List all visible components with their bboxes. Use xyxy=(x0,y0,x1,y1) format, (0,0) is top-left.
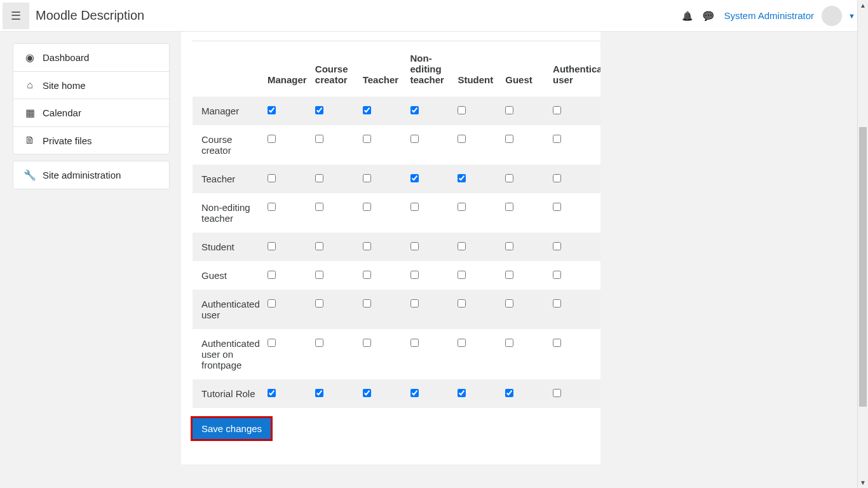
role-checkbox[interactable] xyxy=(553,242,561,250)
role-checkbox[interactable] xyxy=(268,389,276,397)
row-label: Tutorial Role xyxy=(193,379,268,408)
role-checkbox[interactable] xyxy=(268,106,276,114)
role-checkbox[interactable] xyxy=(410,174,419,182)
role-allow-table: ManagerCourse creatorTeacherNon-editing … xyxy=(193,41,600,408)
vertical-scrollbar[interactable]: ▲ ▼ xyxy=(857,0,868,488)
row-label: Student xyxy=(193,233,268,261)
role-checkbox[interactable] xyxy=(315,271,323,279)
role-checkbox[interactable] xyxy=(268,339,276,347)
role-checkbox[interactable] xyxy=(458,242,466,250)
role-checkbox[interactable] xyxy=(268,242,276,250)
role-checkbox[interactable] xyxy=(268,174,276,182)
role-checkbox[interactable] xyxy=(458,299,466,308)
role-checkbox[interactable] xyxy=(553,106,561,114)
role-checkbox[interactable] xyxy=(553,174,561,182)
sidebar-item-dashboard[interactable]: ◉Dashboard xyxy=(13,44,169,71)
table-row: Authenticated user xyxy=(193,290,600,329)
role-checkbox[interactable] xyxy=(458,174,466,182)
role-checkbox[interactable] xyxy=(410,339,419,347)
role-checkbox[interactable] xyxy=(315,242,323,250)
role-checkbox[interactable] xyxy=(363,203,371,211)
role-checkbox[interactable] xyxy=(505,339,513,347)
table-row: Manager xyxy=(193,97,600,125)
role-checkbox[interactable] xyxy=(505,299,513,308)
table-row: Non-editing teacher xyxy=(193,193,600,233)
role-checkbox[interactable] xyxy=(458,135,466,143)
role-checkbox[interactable] xyxy=(363,389,371,397)
brand-link[interactable]: Moodle Description xyxy=(36,8,144,23)
scroll-thumb[interactable] xyxy=(859,127,867,407)
role-checkbox[interactable] xyxy=(553,339,561,347)
role-checkbox[interactable] xyxy=(268,299,276,308)
role-checkbox[interactable] xyxy=(410,203,419,211)
role-checkbox[interactable] xyxy=(363,135,371,143)
sidebar-item-site-home[interactable]: ⌂Site home xyxy=(13,72,169,98)
row-label: Non-editing teacher xyxy=(193,193,268,233)
role-checkbox[interactable] xyxy=(505,203,513,211)
role-checkbox[interactable] xyxy=(363,106,371,114)
notifications-button[interactable] xyxy=(677,10,698,22)
role-checkbox[interactable] xyxy=(458,106,466,114)
role-checkbox[interactable] xyxy=(458,389,466,397)
role-checkbox[interactable] xyxy=(553,203,561,211)
dashboard-icon: ◉ xyxy=(24,51,36,64)
role-checkbox[interactable] xyxy=(315,174,323,182)
role-checkbox[interactable] xyxy=(505,106,513,114)
role-checkbox[interactable] xyxy=(410,389,419,397)
role-checkbox[interactable] xyxy=(363,299,371,308)
sidebar-item-site-administration[interactable]: 🔧Site administration xyxy=(13,161,169,189)
role-checkbox[interactable] xyxy=(553,389,561,397)
role-checkbox[interactable] xyxy=(268,135,276,143)
role-checkbox[interactable] xyxy=(505,242,513,250)
table-row: Authenticated user on frontpage xyxy=(193,329,600,379)
role-checkbox[interactable] xyxy=(315,299,323,308)
role-checkbox[interactable] xyxy=(315,106,323,114)
role-checkbox[interactable] xyxy=(363,271,371,279)
column-header: Guest xyxy=(505,41,553,97)
role-checkbox[interactable] xyxy=(410,271,419,279)
scroll-down-button[interactable]: ▼ xyxy=(858,477,868,488)
role-checkbox[interactable] xyxy=(410,135,419,143)
column-header: Student xyxy=(458,41,505,97)
user-menu-caret[interactable]: ▼ xyxy=(842,12,858,20)
sidebar: ◉Dashboard⌂Site home▦Calendar🗎Private fi… xyxy=(0,32,181,488)
role-checkbox[interactable] xyxy=(553,135,561,143)
role-checkbox[interactable] xyxy=(553,271,561,279)
role-checkbox[interactable] xyxy=(315,135,323,143)
role-checkbox[interactable] xyxy=(458,271,466,279)
sidebar-item-label: Private files xyxy=(43,135,92,146)
sidebar-item-calendar[interactable]: ▦Calendar xyxy=(13,99,169,126)
role-checkbox[interactable] xyxy=(363,242,371,250)
role-checkbox[interactable] xyxy=(268,203,276,211)
scroll-up-button[interactable]: ▲ xyxy=(858,0,868,11)
user-menu-link[interactable]: System Administrator xyxy=(719,10,819,21)
role-checkbox[interactable] xyxy=(553,299,561,308)
avatar[interactable] xyxy=(822,6,842,26)
bell-icon xyxy=(682,10,693,21)
role-checkbox[interactable] xyxy=(363,339,371,347)
sidebar-item-private-files[interactable]: 🗎Private files xyxy=(13,127,169,154)
role-checkbox[interactable] xyxy=(268,271,276,279)
nav-toggle-button[interactable]: ☰ xyxy=(3,3,29,29)
role-checkbox[interactable] xyxy=(315,389,323,397)
role-checkbox[interactable] xyxy=(315,203,323,211)
role-checkbox[interactable] xyxy=(505,174,513,182)
row-label: Teacher xyxy=(193,165,268,193)
role-checkbox[interactable] xyxy=(458,339,466,347)
role-checkbox[interactable] xyxy=(363,174,371,182)
role-checkbox[interactable] xyxy=(458,203,466,211)
role-checkbox[interactable] xyxy=(505,389,513,397)
role-checkbox[interactable] xyxy=(410,242,419,250)
table-row: Course creator xyxy=(193,125,600,165)
table-row: Guest xyxy=(193,261,600,290)
role-checkbox[interactable] xyxy=(410,299,419,308)
save-changes-button[interactable]: Save changes xyxy=(193,418,271,439)
role-checkbox[interactable] xyxy=(315,339,323,347)
row-label: Authenticated user on frontpage xyxy=(193,329,268,379)
table-corner xyxy=(193,41,268,97)
role-checkbox[interactable] xyxy=(410,106,419,114)
role-checkbox[interactable] xyxy=(505,135,513,143)
messages-button[interactable] xyxy=(698,10,719,22)
file-icon: 🗎 xyxy=(24,135,36,146)
role-checkbox[interactable] xyxy=(505,271,513,279)
